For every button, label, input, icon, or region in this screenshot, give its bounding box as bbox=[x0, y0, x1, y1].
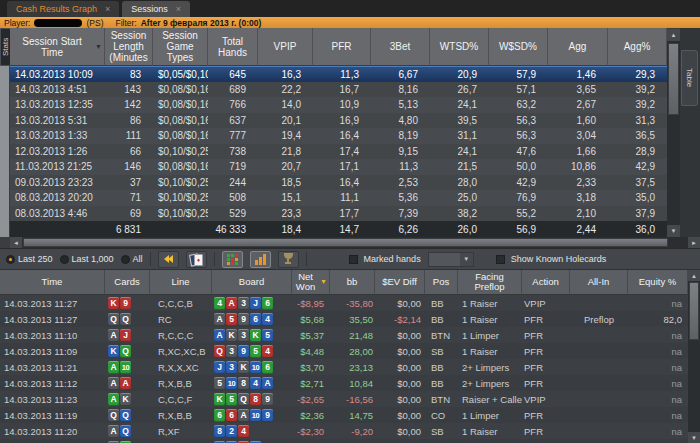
scroll-up-icon[interactable]: ▲ bbox=[667, 29, 680, 41]
chevron-down-icon[interactable]: ▼ bbox=[460, 253, 473, 266]
graph-button[interactable] bbox=[250, 251, 271, 268]
radio-dot-icon[interactable] bbox=[60, 255, 69, 264]
stats-panel-grip[interactable] bbox=[0, 66, 9, 237]
card-chip: 10 bbox=[250, 361, 261, 374]
scrollbar-thumb[interactable] bbox=[668, 43, 679, 115]
cell: 57,9 bbox=[489, 69, 548, 80]
cell: 66A109 bbox=[212, 409, 292, 422]
show-known-holecards-checkbox[interactable]: Show Known Holecards bbox=[496, 254, 607, 264]
session-row[interactable]: 08.03.2013 4:4669$0,10/$0,2552923,317,77… bbox=[10, 206, 667, 222]
column-label: Session Start Time bbox=[12, 36, 92, 58]
marked-hands-dropdown[interactable]: ▼ bbox=[428, 252, 474, 267]
scroll-left-icon[interactable]: ◄ bbox=[10, 237, 22, 248]
session-row[interactable]: 14.03.2013 4:51143$0,08/$0,1668922,216,7… bbox=[10, 82, 667, 98]
checkbox-icon[interactable] bbox=[349, 255, 358, 264]
hand-row[interactable]: 14.03.2013 11:19QQR,X,B,B66A109$2,3614,7… bbox=[0, 407, 688, 423]
session-row[interactable]: 14.03.2013 10:0983$0,05/$0,1064516,311,3… bbox=[10, 66, 667, 82]
session-row[interactable]: 12.03.2013 1:2666$0,10/$0,2573821,817,49… bbox=[10, 144, 667, 160]
cell: 42,9 bbox=[608, 161, 667, 172]
session-row[interactable]: 08.03.2013 20:2071$0,10/$0,2550815,111,1… bbox=[10, 190, 667, 206]
cell: AJ bbox=[105, 329, 150, 342]
checkbox-icon[interactable] bbox=[496, 255, 505, 264]
hand-row[interactable]: 14.03.2013 11:27K9C,C,C,B4A3J6-$8,95-35,… bbox=[0, 295, 688, 311]
radio-last-1000[interactable]: Last 1,000 bbox=[60, 254, 114, 264]
cell: 2+ Limpers bbox=[458, 362, 522, 373]
column-header-action[interactable]: Action bbox=[522, 270, 570, 295]
radio-last-250[interactable]: Last 250 bbox=[6, 254, 53, 264]
column-header-session-length-minutes[interactable]: Session Length (Minutes bbox=[105, 28, 153, 66]
hand-row[interactable]: 14.03.2013 11:09KQR,XC,XC,BQ3954$4,4828,… bbox=[0, 343, 688, 359]
column-header-vpip[interactable]: VPIP bbox=[258, 28, 313, 66]
cell: 20,9 bbox=[430, 69, 489, 80]
column-header-time[interactable]: Time bbox=[0, 270, 105, 295]
cell: CO bbox=[425, 410, 458, 421]
cell: $5,37 bbox=[292, 330, 330, 341]
column-header-board[interactable]: Board bbox=[212, 270, 292, 295]
scroll-right-icon[interactable]: ► bbox=[688, 237, 700, 248]
column-header-net-won[interactable]: Net Won▼ bbox=[292, 270, 330, 295]
session-row[interactable]: 09.03.2013 23:2337$0,10/$0,2524418,516,4… bbox=[10, 175, 667, 191]
replayer-button[interactable]: ♦ bbox=[186, 251, 207, 268]
column-header-agg[interactable]: Agg bbox=[548, 28, 608, 66]
session-row[interactable]: 13.03.2013 5:3186$0,08/$0,1663720,116,94… bbox=[10, 113, 667, 129]
radio-dot-icon[interactable] bbox=[6, 255, 15, 264]
radio-all[interactable]: All bbox=[121, 254, 143, 264]
tab-cash-results-graph[interactable]: Cash Results Graph × bbox=[7, 1, 119, 17]
column-header-all-in[interactable]: All-In bbox=[570, 270, 628, 295]
column-header-facing-preflop[interactable]: Facing Preflop bbox=[458, 270, 522, 295]
hand-row[interactable]: 14.03.2013 11:21A10R,X,X,XCJ3K106$3,7023… bbox=[0, 359, 688, 375]
hand-row[interactable]: 14.03.2013 11:10AJR,C,C,CAK3K5$5,3721,48… bbox=[0, 327, 688, 343]
column-header-w-sd[interactable]: W$SD% bbox=[489, 28, 548, 66]
column-header-pos[interactable]: Pos bbox=[425, 270, 458, 295]
scroll-down-icon[interactable]: ▼ bbox=[688, 432, 700, 443]
tab-sessions[interactable]: Sessions × bbox=[122, 1, 190, 17]
cell: SB bbox=[425, 346, 458, 357]
sessions-vertical-scrollbar[interactable]: ▲ ▼ bbox=[667, 29, 680, 237]
close-icon[interactable]: × bbox=[105, 4, 110, 14]
column-header-cards[interactable]: Cards bbox=[105, 270, 150, 295]
card-chip: A bbox=[108, 377, 119, 390]
cell: 2,53 bbox=[371, 177, 430, 188]
column-label: Session Length (Minutes bbox=[107, 30, 150, 63]
tourney-button[interactable] bbox=[278, 251, 299, 268]
replay-rewind-button[interactable] bbox=[158, 251, 179, 268]
scrollbar-thumb[interactable] bbox=[689, 282, 699, 340]
column-header-line[interactable]: Line bbox=[150, 270, 212, 295]
column-header-pfr[interactable]: PFR bbox=[313, 28, 371, 66]
session-row[interactable]: 11.03.2013 21:25146$0,08/$0,1671920,717,… bbox=[10, 159, 667, 175]
column-header-equity[interactable]: Equity % bbox=[628, 270, 688, 295]
hand-row[interactable]: 14.03.2013 11:27QQRCA5964$5,6835,50-$2,1… bbox=[0, 311, 688, 327]
hand-matrix-button[interactable] bbox=[222, 251, 243, 268]
column-header-session-game-types[interactable]: Session Game Types bbox=[153, 28, 208, 66]
column-header-wtsd[interactable]: WTSD% bbox=[430, 28, 489, 66]
sessions-table-body: 14.03.2013 10:0983$0,05/$0,1064516,311,3… bbox=[10, 66, 667, 221]
cell: 689 bbox=[208, 84, 258, 95]
session-row[interactable]: 13.03.2013 1:33111$0,08/$0,1677719,416,4… bbox=[10, 128, 667, 144]
radio-dot-icon[interactable] bbox=[121, 255, 130, 264]
close-icon[interactable]: × bbox=[176, 4, 181, 14]
scroll-down-icon[interactable]: ▼ bbox=[667, 225, 680, 237]
column-header-agg[interactable]: Agg% bbox=[608, 28, 667, 66]
column-label: VPIP bbox=[274, 41, 297, 52]
hand-row[interactable]: 14.03.2013 11:23AKC,C,C,FK5Q89-$2,65-16,… bbox=[0, 391, 688, 407]
scroll-up-icon[interactable]: ▲ bbox=[688, 270, 700, 281]
sessions-table-header: Session Start Time▼Session Length (Minut… bbox=[10, 28, 667, 66]
column-header-session-start-time[interactable]: Session Start Time▼ bbox=[10, 28, 105, 66]
cell: na bbox=[628, 394, 688, 405]
column-header-total-hands[interactable]: Total Hands bbox=[208, 28, 258, 66]
playing-cards-icon: ♦ bbox=[190, 253, 202, 266]
card-chip: A bbox=[214, 329, 225, 342]
hand-row-partial[interactable] bbox=[0, 439, 688, 443]
hands-vertical-scrollbar[interactable]: ▲ ▼ bbox=[688, 270, 700, 443]
card-chip: 3 bbox=[226, 361, 237, 374]
session-row[interactable]: 13.03.2013 12:35142$0,08/$0,1676614,010,… bbox=[10, 97, 667, 113]
column-header-bb[interactable]: bb bbox=[330, 270, 375, 295]
sessions-horizontal-scrollbar[interactable]: ◄ ► bbox=[10, 237, 700, 248]
scrollbar-thumb[interactable] bbox=[23, 238, 668, 247]
hand-row[interactable]: 14.03.2013 11:20AQR,XF824-$2,30-9,20$0,0… bbox=[0, 423, 688, 439]
marked-hands-checkbox[interactable]: Marked hands bbox=[349, 254, 421, 264]
table-panel-tab[interactable]: Table bbox=[681, 50, 698, 106]
column-header-ev-diff[interactable]: $EV Diff bbox=[375, 270, 425, 295]
column-header-3bet[interactable]: 3Bet bbox=[371, 28, 430, 66]
hand-row[interactable]: 14.03.2013 11:12AAR,X,B,B51084A$2,7110,8… bbox=[0, 375, 688, 391]
